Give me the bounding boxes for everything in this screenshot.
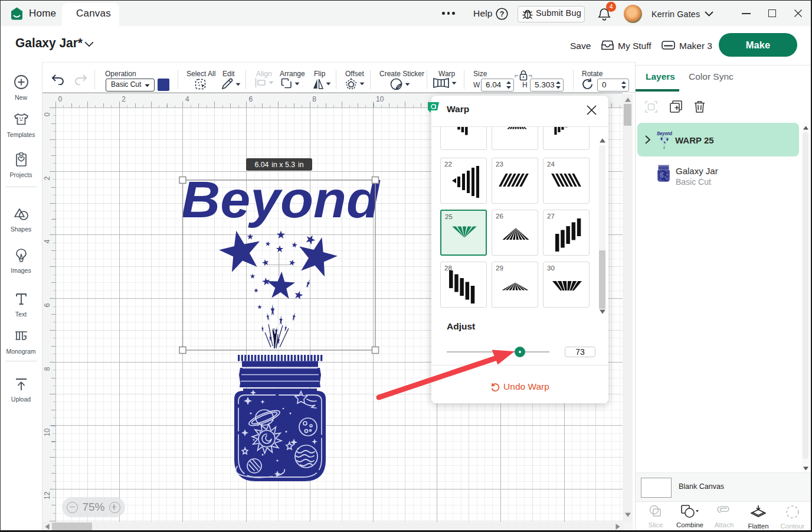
svg-text:Beyond: Beyond [181, 170, 381, 229]
svg-text:6.04 in x 5.3 in: 6.04 in x 5.3 in [255, 161, 304, 169]
svg-text:?: ? [500, 10, 505, 18]
